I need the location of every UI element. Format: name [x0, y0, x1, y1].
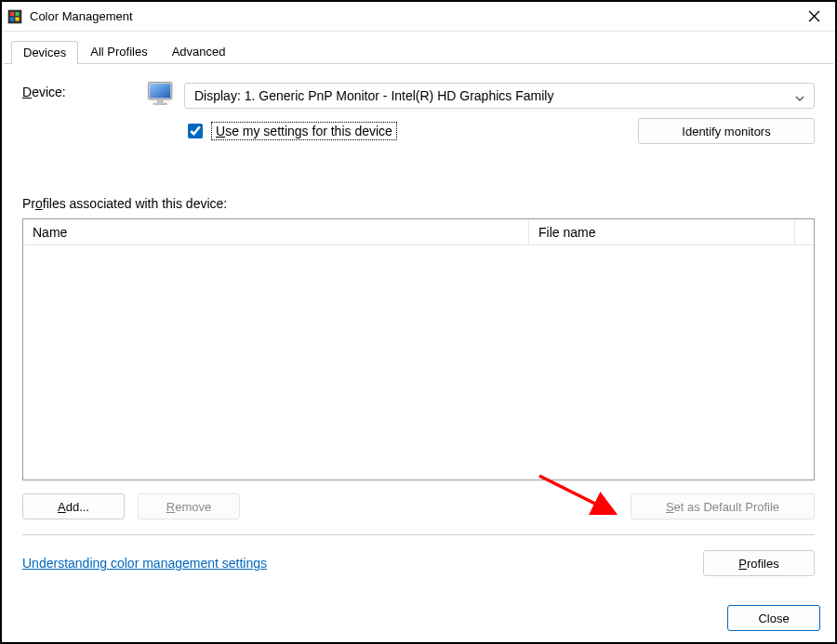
svg-rect-2: [16, 12, 20, 16]
profiles-col-name[interactable]: Name: [23, 219, 529, 244]
remove-button: Remove: [138, 493, 240, 519]
device-options-row: Use my settings for this device Identify…: [184, 118, 815, 144]
profiles-section-label: Profiles associated with this device:: [22, 196, 815, 211]
divider: [22, 534, 815, 535]
window-title: Color Management: [30, 9, 792, 23]
set-default-profile-button: Set as Default Profile: [631, 493, 815, 519]
device-label: Device:: [22, 83, 134, 99]
svg-rect-4: [16, 17, 20, 20]
svg-rect-8: [150, 84, 170, 98]
bottom-bar: Close: [727, 605, 820, 631]
app-icon: [7, 9, 22, 24]
tab-strip: Devices All Profiles Advanced: [2, 37, 835, 63]
profiles-listbox[interactable]: Name File name: [22, 218, 815, 480]
profiles-button[interactable]: Profiles: [703, 550, 815, 576]
device-select[interactable]: Display: 1. Generic PnP Monitor - Intel(…: [184, 83, 815, 109]
use-my-settings-checkbox[interactable]: Use my settings for this device: [184, 121, 397, 141]
understanding-color-link[interactable]: Understanding color management settings: [22, 556, 267, 571]
close-button[interactable]: Close: [727, 605, 820, 631]
profiles-col-filename[interactable]: File name: [529, 219, 795, 244]
window-titlebar: Color Management: [2, 2, 835, 32]
tab-content: Device: Display: 1. Generic PnP Monitor …: [2, 64, 835, 576]
svg-rect-9: [157, 99, 164, 102]
profiles-button-row: Add... Remove Set as Default Profile: [22, 493, 815, 519]
monitor-icon: [145, 79, 177, 111]
use-my-settings-input[interactable]: [188, 124, 203, 138]
svg-rect-1: [10, 12, 14, 16]
footer-row: Understanding color management settings …: [22, 550, 815, 576]
tab-all-profiles[interactable]: All Profiles: [78, 40, 159, 63]
tab-advanced[interactable]: Advanced: [160, 40, 238, 63]
chevron-down-icon: [795, 91, 804, 100]
device-row: Device: Display: 1. Generic PnP Monitor …: [22, 83, 815, 144]
add-button[interactable]: Add...: [22, 493, 125, 519]
device-select-value: Display: 1. Generic PnP Monitor - Intel(…: [194, 88, 553, 103]
svg-rect-10: [153, 103, 167, 106]
svg-rect-3: [10, 17, 14, 20]
window-close-button[interactable]: [792, 2, 835, 31]
use-my-settings-label: Use my settings for this device: [211, 122, 397, 140]
tab-devices[interactable]: Devices: [11, 41, 78, 64]
identify-monitors-button[interactable]: Identify monitors: [638, 118, 815, 144]
profiles-header: Name File name: [23, 219, 814, 245]
profiles-col-spacer: [795, 219, 814, 244]
